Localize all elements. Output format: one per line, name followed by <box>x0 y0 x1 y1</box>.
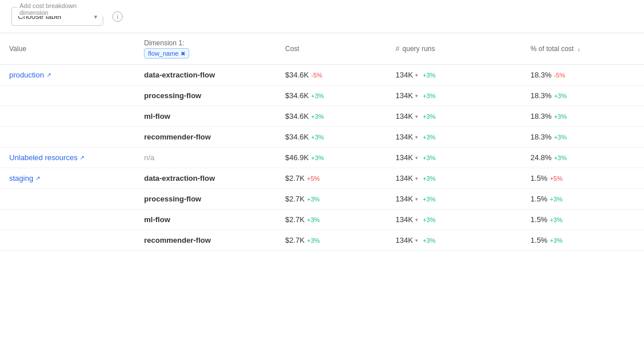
dimension-cell: n/a <box>135 148 276 168</box>
pct-value: 1.5% <box>530 236 548 245</box>
value-cell <box>0 209 135 230</box>
query-runs-value: 134K <box>396 112 413 121</box>
query-runs-value: 134K <box>396 71 413 79</box>
pct-value: 24.8% <box>530 153 552 162</box>
info-icon[interactable]: i <box>112 11 123 22</box>
query-runs-cell: 134K▾+3% <box>387 65 521 86</box>
table-row: ml-flow$34.6K+3%134K▾+3%18.3%+3% <box>0 106 644 127</box>
cost-badge: +3% <box>307 196 319 203</box>
pct-total-cost-cell: 18.3%+3% <box>521 106 644 127</box>
cost-cell: $2.7K+3% <box>276 189 387 209</box>
dim-tag-flow-name: flow_name ✖ <box>144 48 189 59</box>
cost-cell: $34.6K+3% <box>276 127 387 148</box>
pct-value: 1.5% <box>530 215 548 224</box>
value-link[interactable]: staging↗ <box>9 174 126 183</box>
query-badge: +3% <box>423 237 435 244</box>
external-link-icon: ↗ <box>80 154 84 161</box>
chevron-down-icon[interactable]: ▾ <box>415 238 418 243</box>
table-row: recommender-flow$34.6K+3%134K▾+3%18.3%+3… <box>0 127 644 148</box>
query-badge: +3% <box>423 154 435 161</box>
pct-total-cost-cell: 18.3%-5% <box>521 65 644 86</box>
table-body: production↗data-extraction-flow$34.6K-5%… <box>0 65 644 251</box>
query-runs-value: 134K <box>396 133 413 141</box>
table-header: Value Dimension 1: flow_name ✖ Cost # <box>0 33 644 65</box>
dimension-cell: data-extraction-flow <box>135 168 276 189</box>
pct-total-cost-cell: 1.5%+3% <box>521 209 644 230</box>
flow-name: ml-flow <box>144 215 170 224</box>
cost-cell: $46.9K+3% <box>276 148 387 168</box>
pct-total-cost-cell: 18.3%+3% <box>521 127 644 148</box>
pct-badge: +3% <box>554 113 567 120</box>
pct-badge: +3% <box>550 237 563 244</box>
flow-name: data-extraction-flow <box>144 174 215 183</box>
dimension-cell: recommender-flow <box>135 230 276 251</box>
table-row: processing-flow$34.6K+3%134K▾+3%18.3%+3% <box>0 86 644 106</box>
hash-icon: # <box>396 45 400 53</box>
table-row: Unlabeled resources↗n/a$46.9K+3%134K▾+3%… <box>0 148 644 168</box>
query-badge: +3% <box>423 72 435 79</box>
chevron-down-icon[interactable]: ▾ <box>415 93 418 99</box>
dimension-cell: processing-flow <box>135 189 276 209</box>
dim-header: Dimension 1: flow_name ✖ <box>144 39 267 59</box>
pct-value: 1.5% <box>530 195 548 203</box>
value-cell: Unlabeled resources↗ <box>0 148 135 168</box>
flow-name: processing-flow <box>144 91 201 100</box>
table-row: production↗data-extraction-flow$34.6K-5%… <box>0 65 644 86</box>
pct-total-cost-cell: 1.5%+3% <box>521 230 644 251</box>
pct-value: 18.3% <box>530 112 552 121</box>
external-link-icon: ↗ <box>36 175 40 181</box>
value-cell <box>0 86 135 106</box>
dimension-cell: ml-flow <box>135 209 276 230</box>
cost-badge: +3% <box>307 237 319 244</box>
query-runs-cell: 134K▾+3% <box>387 230 521 251</box>
pct-badge: +5% <box>550 175 563 182</box>
dimension-select-label: Add cost breakdown dimension <box>17 2 103 16</box>
chevron-down-icon[interactable]: ▾ <box>415 176 418 181</box>
value-link[interactable]: Unlabeled resources↗ <box>9 153 126 162</box>
cost-value: $34.6K <box>285 71 309 79</box>
cost-value: $34.6K <box>285 133 309 141</box>
query-badge: +3% <box>423 92 435 99</box>
cost-value: $2.7K <box>285 174 305 183</box>
cost-value: $46.9K <box>285 153 309 162</box>
query-badge: +3% <box>423 196 435 203</box>
chevron-down-icon[interactable]: ▾ <box>415 217 418 223</box>
value-link[interactable]: production↗ <box>9 71 126 79</box>
cost-cell: $2.7K+3% <box>276 209 387 230</box>
dimension-cell: processing-flow <box>135 86 276 106</box>
cost-badge: +3% <box>307 216 319 223</box>
query-runs-cell: 134K▾+3% <box>387 209 521 230</box>
chevron-down-icon[interactable]: ▾ <box>415 72 418 78</box>
cost-badge: +3% <box>311 154 323 161</box>
dimension-cell: data-extraction-flow <box>135 65 276 86</box>
chevron-down-icon[interactable]: ▾ <box>415 134 418 140</box>
pct-badge: -5% <box>554 72 565 79</box>
cost-badge: -5% <box>311 72 322 79</box>
cost-badge: +5% <box>307 175 319 182</box>
table-row: recommender-flow$2.7K+3%134K▾+3%1.5%+3% <box>0 230 644 251</box>
pct-badge: +3% <box>554 154 567 161</box>
top-bar: Add cost breakdown dimension Choose labe… <box>0 0 644 33</box>
cost-cell: $34.6K-5% <box>276 65 387 86</box>
external-link-icon: ↗ <box>46 72 51 78</box>
query-runs-value: 134K <box>396 215 413 224</box>
pct-value: 1.5% <box>530 174 548 183</box>
flow-name: ml-flow <box>144 112 170 121</box>
pct-value: 18.3% <box>530 91 552 100</box>
cost-value: $2.7K <box>285 236 305 245</box>
query-badge: +3% <box>423 216 435 223</box>
pct-total-cost-cell: 1.5%+5% <box>521 168 644 189</box>
query-runs-cell: 134K▾+3% <box>387 106 521 127</box>
flow-name: recommender-flow <box>144 236 210 245</box>
query-runs-value: 134K <box>396 91 413 100</box>
pct-value: 18.3% <box>530 71 552 79</box>
col-header-pct-total-cost[interactable]: % of total cost ↓ <box>521 33 644 65</box>
col-header-value: Value <box>0 33 135 65</box>
table-row: processing-flow$2.7K+3%134K▾+3%1.5%+3% <box>0 189 644 209</box>
chevron-down-icon[interactable]: ▾ <box>415 155 418 161</box>
dimension-cell: recommender-flow <box>135 127 276 148</box>
dim-tag-close-icon[interactable]: ✖ <box>181 51 185 57</box>
flow-name: data-extraction-flow <box>144 71 215 79</box>
chevron-down-icon[interactable]: ▾ <box>415 114 418 119</box>
chevron-down-icon[interactable]: ▾ <box>415 196 418 202</box>
